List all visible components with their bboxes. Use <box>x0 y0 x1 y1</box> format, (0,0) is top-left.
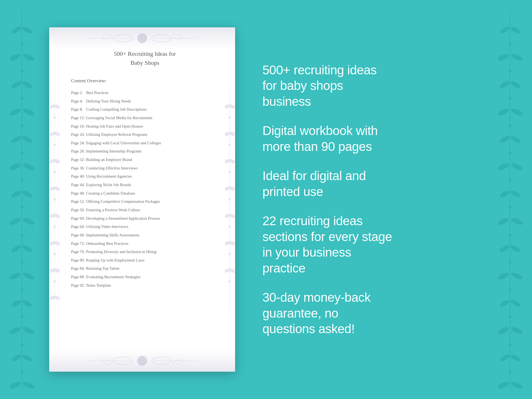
toc-page-number: Page 4: <box>71 98 86 105</box>
svg-point-104 <box>54 198 56 201</box>
toc-item: Page 80:Keeping Up with Employment Laws <box>71 257 219 264</box>
toc-item: Page 2:Best Practices <box>71 89 219 96</box>
svg-point-8 <box>22 107 35 117</box>
svg-point-63 <box>499 299 511 308</box>
svg-point-71 <box>509 42 511 45</box>
toc-page-number: Page 2: <box>71 89 86 96</box>
toc-page-number: Page 48: <box>71 190 86 197</box>
toc-page-number: Page 12: <box>71 115 86 121</box>
svg-point-53 <box>497 162 510 172</box>
toc-item: Page 32:Building an Employer Brand <box>71 156 219 163</box>
svg-point-6 <box>22 80 33 89</box>
document-preview: 500+ Recruiting Ideas for Baby Shops Con… <box>49 27 235 372</box>
toc-item: Page 20:Utilizing Employee Referral Prog… <box>71 131 219 138</box>
toc-title: Building an Employer Brand <box>86 157 132 162</box>
svg-point-77 <box>509 206 511 209</box>
floral-decoration-left <box>0 0 44 399</box>
features-panel: 500+ recruiting ideas for baby shops bus… <box>257 62 483 337</box>
svg-point-35 <box>21 206 23 209</box>
svg-point-145 <box>173 359 183 365</box>
toc-title: Keeping Up with Employment Laws <box>86 258 144 262</box>
svg-point-52 <box>510 135 522 144</box>
svg-point-72 <box>509 70 511 72</box>
svg-point-46 <box>510 53 523 62</box>
toc-item: Page 24:Engaging with Local Universities… <box>71 139 219 147</box>
svg-point-40 <box>21 343 23 346</box>
toc-page-number: Page 56: <box>71 207 86 213</box>
svg-point-49 <box>497 107 510 117</box>
svg-point-31 <box>21 97 23 100</box>
toc-title: Implementing Skills Assessments <box>86 233 139 237</box>
svg-point-29 <box>21 42 23 45</box>
svg-point-47 <box>499 80 511 89</box>
svg-point-67 <box>499 353 511 363</box>
toc-item: Page 76:Promoting Diversity and Inclusio… <box>71 248 219 256</box>
svg-point-79 <box>509 261 511 264</box>
toc-item: Page 60:Developing a Streamlined Applica… <box>71 215 219 222</box>
toc-page-number: Page 32: <box>71 156 86 163</box>
svg-point-122 <box>229 144 231 146</box>
toc-item: Page 64:Utilizing Video Interviews <box>71 223 219 230</box>
svg-point-45 <box>497 53 510 62</box>
svg-point-62 <box>510 271 523 281</box>
toc-title: Onboarding Best Practices <box>86 241 128 246</box>
toc-page-number: Page 88: <box>71 274 86 280</box>
toc-page-number: Page 60: <box>71 215 86 222</box>
svg-point-58 <box>510 217 523 226</box>
svg-point-144 <box>101 359 112 365</box>
svg-point-37 <box>21 261 23 264</box>
svg-point-101 <box>54 171 56 173</box>
toc-title: Notes Template <box>86 283 111 287</box>
svg-point-76 <box>509 179 511 182</box>
toc-item: Page 16:Hosting Job Fairs and Open House… <box>71 123 219 130</box>
toc-item: Page 36:Conducting Effective Interviews <box>71 165 219 172</box>
toc-title: Crafting Compelling Job Descriptions <box>86 107 147 112</box>
feature-3: Ideal for digital and printed use <box>262 168 483 200</box>
svg-point-110 <box>54 253 56 255</box>
toc-title: Leveraging Social Media for Recruitment <box>86 116 152 120</box>
feature-2: Digital workbook with more than 90 pages <box>262 123 483 154</box>
svg-point-95 <box>54 116 56 119</box>
svg-point-64 <box>510 299 522 308</box>
svg-point-83 <box>509 370 511 373</box>
svg-point-70 <box>510 381 523 390</box>
svg-point-2 <box>22 25 33 35</box>
content-overview-label: Content Overview: <box>71 78 219 84</box>
svg-point-15 <box>8 217 21 226</box>
toc-item: Page 44:Exploring Niche Job Boards <box>71 181 219 189</box>
svg-point-51 <box>499 135 511 144</box>
svg-point-98 <box>54 144 56 146</box>
svg-point-91 <box>173 33 183 40</box>
toc-page-number: Page 8: <box>71 106 86 113</box>
svg-point-107 <box>54 226 56 228</box>
svg-point-75 <box>509 152 511 154</box>
doc-top-decoration <box>49 27 235 49</box>
svg-point-25 <box>11 353 22 363</box>
doc-bottom-decoration <box>49 350 235 372</box>
svg-point-61 <box>497 271 510 281</box>
toc-title: Retaining Top Talent <box>86 266 119 271</box>
svg-point-20 <box>22 271 35 281</box>
svg-point-113 <box>54 280 56 283</box>
toc-page-number: Page 44: <box>71 181 86 188</box>
svg-point-16 <box>22 217 35 226</box>
document-title: 500+ Recruiting Ideas for Baby Shops <box>71 49 219 67</box>
toc-title: Hosting Job Fairs and Open Houses <box>86 124 143 128</box>
toc-item: Page 72:Onboarding Best Practices <box>71 240 219 247</box>
svg-point-19 <box>8 271 21 281</box>
toc-title: Creating a Candidate Database <box>86 191 135 195</box>
toc-item: Page 84:Retaining Top Talent <box>71 265 219 272</box>
toc-item: Page 40:Using Recruitment Agencies <box>71 173 219 180</box>
svg-point-80 <box>509 288 511 291</box>
toc-page-number: Page 40: <box>71 173 86 180</box>
svg-point-22 <box>22 299 33 308</box>
svg-point-5 <box>11 80 22 89</box>
svg-point-78 <box>509 234 511 236</box>
toc-page-number: Page 68: <box>71 232 86 239</box>
toc-item: Page 68:Implementing Skills Assessments <box>71 231 219 239</box>
svg-point-24 <box>22 326 35 336</box>
svg-point-81 <box>509 316 511 318</box>
svg-point-66 <box>510 326 523 336</box>
toc-title: Engaging with Local Universities and Col… <box>86 141 161 145</box>
svg-point-7 <box>8 107 21 117</box>
